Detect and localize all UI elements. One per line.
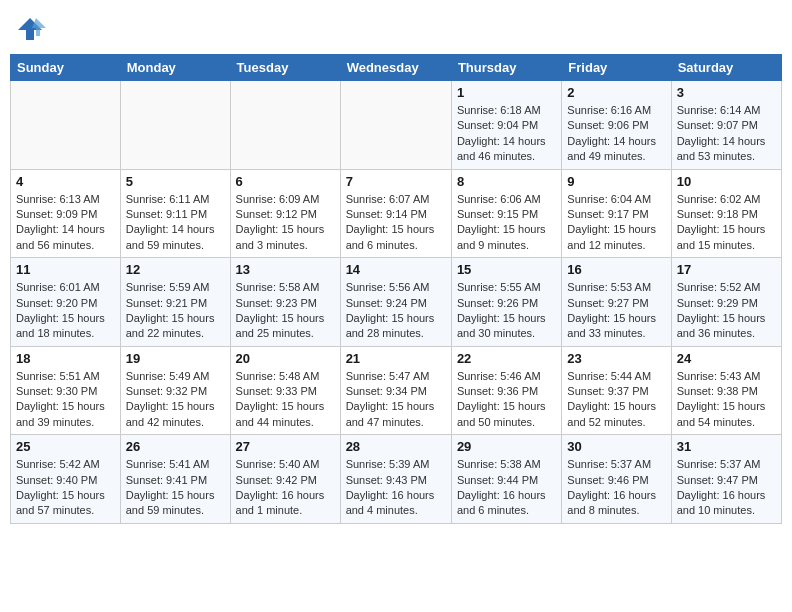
day-info: Sunrise: 6:06 AM Sunset: 9:15 PM Dayligh…: [457, 192, 556, 254]
day-number: 7: [346, 174, 446, 189]
day-info: Sunrise: 5:53 AM Sunset: 9:27 PM Dayligh…: [567, 280, 665, 342]
day-number: 18: [16, 351, 115, 366]
day-info: Sunrise: 5:58 AM Sunset: 9:23 PM Dayligh…: [236, 280, 335, 342]
day-info: Sunrise: 6:16 AM Sunset: 9:06 PM Dayligh…: [567, 103, 665, 165]
day-info: Sunrise: 6:02 AM Sunset: 9:18 PM Dayligh…: [677, 192, 776, 254]
calendar-cell: 13Sunrise: 5:58 AM Sunset: 9:23 PM Dayli…: [230, 258, 340, 347]
calendar-cell: [120, 81, 230, 170]
day-number: 27: [236, 439, 335, 454]
calendar-cell: 31Sunrise: 5:37 AM Sunset: 9:47 PM Dayli…: [671, 435, 781, 524]
day-number: 14: [346, 262, 446, 277]
calendar-cell: 30Sunrise: 5:37 AM Sunset: 9:46 PM Dayli…: [562, 435, 671, 524]
calendar-cell: 15Sunrise: 5:55 AM Sunset: 9:26 PM Dayli…: [451, 258, 561, 347]
calendar-cell: 9Sunrise: 6:04 AM Sunset: 9:17 PM Daylig…: [562, 169, 671, 258]
day-header-wednesday: Wednesday: [340, 55, 451, 81]
calendar-cell: 29Sunrise: 5:38 AM Sunset: 9:44 PM Dayli…: [451, 435, 561, 524]
calendar-cell: 10Sunrise: 6:02 AM Sunset: 9:18 PM Dayli…: [671, 169, 781, 258]
day-number: 28: [346, 439, 446, 454]
calendar-cell: 22Sunrise: 5:46 AM Sunset: 9:36 PM Dayli…: [451, 346, 561, 435]
day-info: Sunrise: 5:41 AM Sunset: 9:41 PM Dayligh…: [126, 457, 225, 519]
day-info: Sunrise: 6:07 AM Sunset: 9:14 PM Dayligh…: [346, 192, 446, 254]
day-info: Sunrise: 6:01 AM Sunset: 9:20 PM Dayligh…: [16, 280, 115, 342]
day-number: 22: [457, 351, 556, 366]
calendar-cell: 24Sunrise: 5:43 AM Sunset: 9:38 PM Dayli…: [671, 346, 781, 435]
day-info: Sunrise: 5:37 AM Sunset: 9:47 PM Dayligh…: [677, 457, 776, 519]
day-info: Sunrise: 5:52 AM Sunset: 9:29 PM Dayligh…: [677, 280, 776, 342]
day-info: Sunrise: 6:04 AM Sunset: 9:17 PM Dayligh…: [567, 192, 665, 254]
calendar-cell: 6Sunrise: 6:09 AM Sunset: 9:12 PM Daylig…: [230, 169, 340, 258]
day-number: 12: [126, 262, 225, 277]
day-info: Sunrise: 5:47 AM Sunset: 9:34 PM Dayligh…: [346, 369, 446, 431]
calendar-cell: 26Sunrise: 5:41 AM Sunset: 9:41 PM Dayli…: [120, 435, 230, 524]
day-number: 10: [677, 174, 776, 189]
calendar-cell: 19Sunrise: 5:49 AM Sunset: 9:32 PM Dayli…: [120, 346, 230, 435]
day-info: Sunrise: 6:14 AM Sunset: 9:07 PM Dayligh…: [677, 103, 776, 165]
calendar-header-row: SundayMondayTuesdayWednesdayThursdayFrid…: [11, 55, 782, 81]
day-header-tuesday: Tuesday: [230, 55, 340, 81]
calendar-table: SundayMondayTuesdayWednesdayThursdayFrid…: [10, 54, 782, 524]
day-info: Sunrise: 5:59 AM Sunset: 9:21 PM Dayligh…: [126, 280, 225, 342]
calendar-cell: [11, 81, 121, 170]
logo: [14, 16, 50, 42]
calendar-cell: 5Sunrise: 6:11 AM Sunset: 9:11 PM Daylig…: [120, 169, 230, 258]
header: [10, 10, 782, 48]
calendar-cell: 8Sunrise: 6:06 AM Sunset: 9:15 PM Daylig…: [451, 169, 561, 258]
day-number: 4: [16, 174, 115, 189]
calendar-cell: [230, 81, 340, 170]
day-header-saturday: Saturday: [671, 55, 781, 81]
calendar-cell: 14Sunrise: 5:56 AM Sunset: 9:24 PM Dayli…: [340, 258, 451, 347]
calendar-cell: 11Sunrise: 6:01 AM Sunset: 9:20 PM Dayli…: [11, 258, 121, 347]
logo-icon: [14, 16, 46, 42]
day-number: 9: [567, 174, 665, 189]
calendar-cell: 12Sunrise: 5:59 AM Sunset: 9:21 PM Dayli…: [120, 258, 230, 347]
calendar-cell: 23Sunrise: 5:44 AM Sunset: 9:37 PM Dayli…: [562, 346, 671, 435]
calendar-cell: 20Sunrise: 5:48 AM Sunset: 9:33 PM Dayli…: [230, 346, 340, 435]
calendar-cell: 16Sunrise: 5:53 AM Sunset: 9:27 PM Dayli…: [562, 258, 671, 347]
day-info: Sunrise: 5:56 AM Sunset: 9:24 PM Dayligh…: [346, 280, 446, 342]
day-number: 13: [236, 262, 335, 277]
day-header-friday: Friday: [562, 55, 671, 81]
calendar-cell: 27Sunrise: 5:40 AM Sunset: 9:42 PM Dayli…: [230, 435, 340, 524]
day-number: 5: [126, 174, 225, 189]
day-number: 8: [457, 174, 556, 189]
day-header-monday: Monday: [120, 55, 230, 81]
day-number: 23: [567, 351, 665, 366]
day-number: 21: [346, 351, 446, 366]
day-info: Sunrise: 5:48 AM Sunset: 9:33 PM Dayligh…: [236, 369, 335, 431]
day-number: 16: [567, 262, 665, 277]
day-number: 25: [16, 439, 115, 454]
day-number: 26: [126, 439, 225, 454]
calendar-cell: 21Sunrise: 5:47 AM Sunset: 9:34 PM Dayli…: [340, 346, 451, 435]
day-info: Sunrise: 5:55 AM Sunset: 9:26 PM Dayligh…: [457, 280, 556, 342]
day-number: 24: [677, 351, 776, 366]
day-number: 29: [457, 439, 556, 454]
day-info: Sunrise: 5:38 AM Sunset: 9:44 PM Dayligh…: [457, 457, 556, 519]
calendar-cell: 25Sunrise: 5:42 AM Sunset: 9:40 PM Dayli…: [11, 435, 121, 524]
day-info: Sunrise: 6:11 AM Sunset: 9:11 PM Dayligh…: [126, 192, 225, 254]
day-number: 19: [126, 351, 225, 366]
calendar-cell: 4Sunrise: 6:13 AM Sunset: 9:09 PM Daylig…: [11, 169, 121, 258]
day-number: 3: [677, 85, 776, 100]
calendar-week-5: 25Sunrise: 5:42 AM Sunset: 9:40 PM Dayli…: [11, 435, 782, 524]
day-info: Sunrise: 5:43 AM Sunset: 9:38 PM Dayligh…: [677, 369, 776, 431]
day-info: Sunrise: 5:40 AM Sunset: 9:42 PM Dayligh…: [236, 457, 335, 519]
day-info: Sunrise: 6:09 AM Sunset: 9:12 PM Dayligh…: [236, 192, 335, 254]
day-info: Sunrise: 6:13 AM Sunset: 9:09 PM Dayligh…: [16, 192, 115, 254]
calendar-week-3: 11Sunrise: 6:01 AM Sunset: 9:20 PM Dayli…: [11, 258, 782, 347]
day-number: 31: [677, 439, 776, 454]
day-number: 15: [457, 262, 556, 277]
svg-marker-1: [32, 18, 46, 36]
day-info: Sunrise: 5:49 AM Sunset: 9:32 PM Dayligh…: [126, 369, 225, 431]
day-info: Sunrise: 5:37 AM Sunset: 9:46 PM Dayligh…: [567, 457, 665, 519]
calendar-body: 1Sunrise: 6:18 AM Sunset: 9:04 PM Daylig…: [11, 81, 782, 524]
day-number: 1: [457, 85, 556, 100]
day-number: 30: [567, 439, 665, 454]
day-info: Sunrise: 6:18 AM Sunset: 9:04 PM Dayligh…: [457, 103, 556, 165]
day-info: Sunrise: 5:44 AM Sunset: 9:37 PM Dayligh…: [567, 369, 665, 431]
calendar-week-2: 4Sunrise: 6:13 AM Sunset: 9:09 PM Daylig…: [11, 169, 782, 258]
day-number: 11: [16, 262, 115, 277]
calendar-cell: [340, 81, 451, 170]
day-info: Sunrise: 5:42 AM Sunset: 9:40 PM Dayligh…: [16, 457, 115, 519]
day-number: 17: [677, 262, 776, 277]
calendar-cell: 2Sunrise: 6:16 AM Sunset: 9:06 PM Daylig…: [562, 81, 671, 170]
